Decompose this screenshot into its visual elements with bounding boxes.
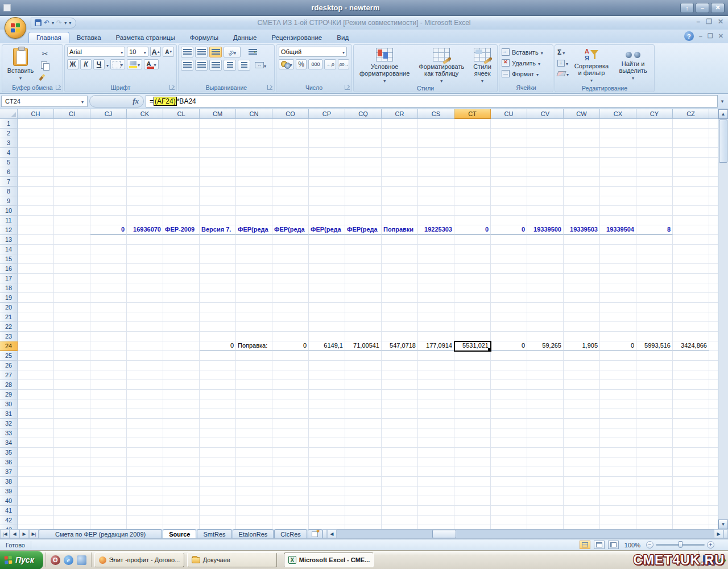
align-left-button[interactable]	[181, 60, 193, 71]
cell-CS10[interactable]	[418, 206, 454, 216]
cell-CS39[interactable]	[418, 486, 454, 496]
cell-CK29[interactable]	[127, 390, 163, 399]
cell-CU34[interactable]	[491, 438, 527, 448]
cell-CW17[interactable]	[564, 274, 600, 283]
row-header-41[interactable]: 41	[0, 506, 18, 516]
column-header-CQ[interactable]: CQ	[345, 109, 382, 119]
cell-CZ12[interactable]	[673, 225, 709, 235]
cell-CM15[interactable]	[200, 254, 236, 264]
cell-CQ6[interactable]	[345, 167, 382, 177]
cell-CM18[interactable]	[200, 283, 236, 293]
cell-CM43[interactable]	[200, 525, 236, 529]
underline-button[interactable]: Ч	[93, 59, 105, 69]
cell-CP33[interactable]	[309, 428, 345, 438]
cell-CQ19[interactable]	[345, 293, 382, 303]
cell-CV10[interactable]	[527, 206, 564, 216]
cell-CV14[interactable]	[527, 245, 564, 254]
cell-CU28[interactable]	[491, 380, 527, 390]
cell-CO5[interactable]	[272, 158, 309, 167]
cell-CM13[interactable]	[200, 235, 236, 245]
cell-CI31[interactable]	[54, 409, 90, 419]
cell-CV5[interactable]	[527, 158, 564, 167]
cell-CQ22[interactable]	[345, 322, 382, 332]
cell-CJ23[interactable]	[90, 332, 127, 341]
cell-CT10[interactable]	[454, 206, 491, 216]
format-as-table-button[interactable]: Форматировать как таблицу	[415, 47, 468, 85]
cell-CL9[interactable]	[163, 196, 200, 206]
cell-CL41[interactable]	[163, 506, 200, 516]
cell-CJ18[interactable]	[90, 283, 127, 293]
cell-CL26[interactable]	[163, 361, 200, 370]
cell-CS19[interactable]	[418, 293, 454, 303]
horizontal-scrollbar[interactable]	[337, 529, 714, 538]
format-painter-icon[interactable]	[39, 72, 51, 83]
cell-CS34[interactable]	[418, 438, 454, 448]
cell-CQ32[interactable]	[345, 419, 382, 428]
cell-CI36[interactable]	[54, 457, 90, 467]
cell-CX18[interactable]	[600, 283, 636, 293]
cell-CI33[interactable]	[54, 428, 90, 438]
cell-CU40[interactable]	[491, 496, 527, 506]
cell-CS6[interactable]	[418, 167, 454, 177]
cell-CV22[interactable]	[527, 322, 564, 332]
cell-CX4[interactable]	[600, 148, 636, 158]
cell-CO1[interactable]	[272, 119, 309, 129]
cell-CJ4[interactable]	[90, 148, 127, 158]
cell-CX40[interactable]	[600, 496, 636, 506]
cell-CO38[interactable]	[272, 477, 309, 486]
cell-CQ13[interactable]	[345, 235, 382, 245]
cell-CO35[interactable]	[272, 448, 309, 457]
cell-CX16[interactable]	[600, 264, 636, 274]
cell-CS31[interactable]	[418, 409, 454, 419]
cell-CM34[interactable]	[200, 438, 236, 448]
cell-CH18[interactable]	[18, 283, 54, 293]
cell-CO43[interactable]	[272, 525, 309, 529]
cell-CM35[interactable]	[200, 448, 236, 457]
normal-view-button[interactable]	[580, 541, 590, 549]
cell-CM19[interactable]	[200, 293, 236, 303]
cell-CL22[interactable]	[163, 322, 200, 332]
cell-CR16[interactable]	[382, 264, 418, 274]
cell-CI32[interactable]	[54, 419, 90, 428]
cell-CR13[interactable]	[382, 235, 418, 245]
cell-CH37[interactable]	[18, 467, 54, 477]
row-header-32[interactable]: 32	[0, 419, 18, 428]
cell-CP31[interactable]	[309, 409, 345, 419]
cell-CR27[interactable]	[382, 370, 418, 380]
cell-CL21[interactable]	[163, 312, 200, 322]
cell-CP17[interactable]	[309, 274, 345, 283]
cell-CH22[interactable]	[18, 322, 54, 332]
cell-CZ43[interactable]	[673, 525, 709, 529]
cell-CV25[interactable]	[527, 351, 564, 361]
cell-CK31[interactable]	[127, 409, 163, 419]
accounting-format-button[interactable]	[279, 59, 294, 69]
cell-CJ30[interactable]	[90, 399, 127, 409]
cell-CJ28[interactable]	[90, 380, 127, 390]
cell-CU33[interactable]	[491, 428, 527, 438]
cell-CN39[interactable]	[236, 486, 272, 496]
cell-CY11[interactable]	[636, 216, 673, 225]
cell-CI4[interactable]	[54, 148, 90, 158]
row-header-23[interactable]: 23	[0, 332, 18, 341]
row-header-22[interactable]: 22	[0, 322, 18, 332]
cell-CH30[interactable]	[18, 399, 54, 409]
cell-CN40[interactable]	[236, 496, 272, 506]
cell-CW27[interactable]	[564, 370, 600, 380]
clipboard-dialog-launcher[interactable]	[56, 85, 61, 90]
cell-CR1[interactable]	[382, 119, 418, 129]
cell-CX35[interactable]	[600, 448, 636, 457]
cell-CR15[interactable]	[382, 254, 418, 264]
cell-CH20[interactable]	[18, 303, 54, 312]
cell-CZ20[interactable]	[673, 303, 709, 312]
cell-CL31[interactable]	[163, 409, 200, 419]
page-break-view-button[interactable]	[608, 541, 619, 549]
cell-CY3[interactable]	[636, 138, 673, 148]
cell-CW13[interactable]	[564, 235, 600, 245]
cell-CP26[interactable]	[309, 361, 345, 370]
cell-CM3[interactable]	[200, 138, 236, 148]
cell-CM6[interactable]	[200, 167, 236, 177]
cell-CO27[interactable]	[272, 370, 309, 380]
cell-CK27[interactable]	[127, 370, 163, 380]
sheet-tab-etalonres[interactable]: EtalonRes	[233, 529, 274, 538]
align-right-button[interactable]	[209, 60, 222, 71]
